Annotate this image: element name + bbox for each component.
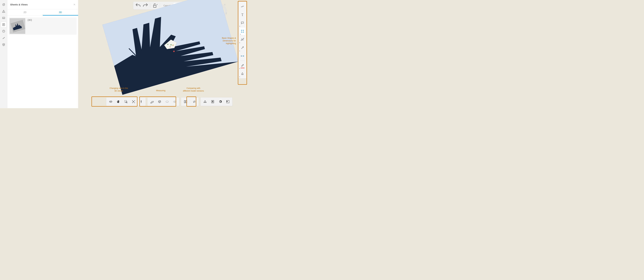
compass-n: N	[224, 4, 226, 6]
freehand-icon[interactable]	[238, 3, 246, 11]
view-list-item[interactable]: {3D}	[9, 18, 76, 35]
first-person-icon[interactable]	[137, 98, 145, 105]
stroke-color-icon[interactable]	[238, 61, 246, 70]
model-scene	[102, 0, 238, 95]
issues-icon[interactable]	[1, 9, 6, 14]
callout-icon[interactable]	[238, 19, 246, 27]
view-thumbnail	[10, 18, 25, 34]
section-box-icon[interactable]	[156, 98, 163, 105]
svg-rect-25	[184, 101, 185, 103]
highlight-icon[interactable]	[238, 70, 246, 78]
lock-icon[interactable]	[152, 3, 158, 9]
svg-point-37	[241, 32, 242, 33]
close-icon[interactable]: ×	[74, 3, 75, 6]
svg-text:A: A	[167, 102, 168, 103]
fit-view-icon[interactable]	[130, 98, 137, 105]
ghost-icon[interactable]	[171, 98, 178, 105]
undo-icon[interactable]	[135, 3, 141, 9]
swap-icon[interactable]	[190, 98, 198, 105]
svg-point-40	[242, 39, 242, 39]
svg-rect-29	[205, 102, 206, 103]
view-item-label: {3D}	[28, 19, 32, 21]
levels-icon[interactable]	[1, 35, 6, 41]
polyline-icon[interactable]	[238, 35, 246, 44]
svg-text:RFI: RFI	[3, 18, 4, 19]
bottom-toolbar: A	[106, 97, 232, 106]
svg-rect-34	[242, 30, 244, 32]
markup-right-toolbar	[238, 2, 246, 79]
panel-title: Sheets & Views	[10, 3, 28, 6]
misc-tools-group	[200, 97, 232, 106]
properties-icon[interactable]	[209, 98, 216, 105]
panel-header: Sheets & Views ×	[7, 0, 78, 9]
panel-tabs: 2D 3D	[7, 9, 78, 16]
svg-point-42	[243, 38, 244, 39]
svg-point-36	[243, 30, 244, 31]
xray-icon[interactable]: A	[163, 98, 171, 105]
rectangle-icon[interactable]	[239, 27, 246, 35]
svg-point-24	[174, 101, 175, 102]
zoom-window-icon[interactable]	[122, 98, 130, 105]
annotation-comparing: Comparing withdifferent model versions	[179, 87, 208, 92]
svg-rect-28	[204, 102, 204, 103]
tab-2d[interactable]: 2D	[7, 9, 43, 15]
left-rail: RFI	[0, 0, 7, 108]
svg-point-39	[241, 40, 242, 41]
svg-point-1	[3, 5, 4, 5]
sheets-views-panel: Sheets & Views × 2D 3D {3D}	[7, 0, 78, 108]
compare-tools-group	[181, 97, 199, 106]
fullscreen-icon[interactable]	[224, 98, 232, 105]
annotation-measuring: Measuring	[153, 89, 169, 92]
viewport-3d[interactable]: Cancel Save Markup TOP N E S W C	[78, 0, 248, 108]
svg-rect-7	[154, 5, 156, 7]
svg-point-32	[212, 101, 213, 102]
redo-icon[interactable]	[142, 3, 148, 9]
measure-tools-group: A	[147, 97, 179, 106]
arrow-icon[interactable]	[238, 44, 246, 52]
measure-icon[interactable]	[148, 98, 156, 105]
svg-point-35	[241, 30, 242, 31]
split-view-icon[interactable]	[182, 98, 189, 105]
tab-3d[interactable]: 3D	[43, 9, 78, 15]
text-icon[interactable]	[238, 11, 246, 19]
dimension-icon[interactable]	[238, 52, 246, 60]
layers-icon[interactable]	[1, 42, 6, 47]
markup-icon[interactable]	[1, 2, 6, 7]
pan-icon[interactable]	[114, 98, 122, 105]
svg-rect-33	[241, 22, 244, 23]
compass-e: E	[226, 12, 227, 15]
rfi-icon[interactable]: RFI	[1, 15, 6, 21]
versions-icon[interactable]	[1, 29, 6, 34]
svg-rect-26	[186, 101, 187, 103]
model-browser-icon[interactable]	[201, 98, 209, 105]
sheets-views-icon[interactable]	[1, 22, 6, 27]
svg-rect-27	[205, 100, 206, 101]
svg-rect-30	[206, 102, 206, 103]
svg-point-21	[141, 100, 142, 101]
svg-point-41	[242, 40, 243, 40]
view-tools-group	[106, 97, 146, 106]
svg-point-38	[243, 32, 244, 33]
settings-icon[interactable]	[216, 98, 224, 105]
svg-point-18	[110, 102, 111, 102]
orbit-icon[interactable]	[107, 98, 114, 105]
svg-rect-22	[150, 101, 154, 103]
